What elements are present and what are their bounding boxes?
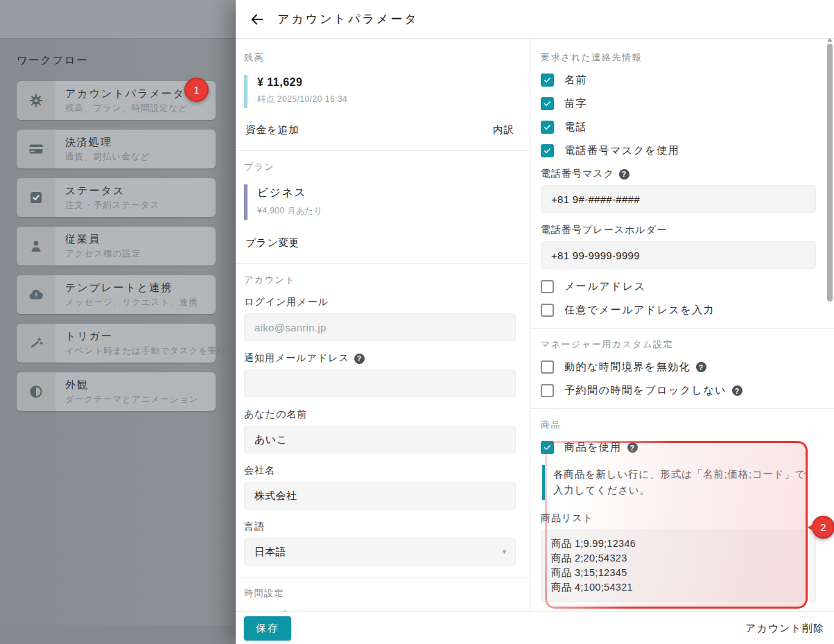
sidebar-item-label: テンプレートと連携 xyxy=(65,281,198,294)
section-account: アカウント xyxy=(244,274,516,286)
balance-card: ¥ 11,629 時点 2025/10/20 16:34 xyxy=(244,75,516,108)
sidebar-item-triggers[interactable]: トリガー イベント時または手動でタスクを実行 xyxy=(17,324,216,363)
checkbox-checked-icon[interactable] xyxy=(541,144,554,157)
checkbox-unchecked-icon[interactable] xyxy=(541,304,554,317)
breakdown-button[interactable]: 内訳 xyxy=(492,121,516,139)
product-list-label: 商品リスト xyxy=(541,512,816,525)
checkbox-row-last-name[interactable]: 苗字 xyxy=(541,97,816,110)
help-icon[interactable]: ? xyxy=(619,169,629,180)
wand-icon xyxy=(17,324,55,363)
plan-name: ビジネス xyxy=(257,186,516,200)
login-email-field[interactable] xyxy=(244,313,516,341)
checkbox-unchecked-icon[interactable] xyxy=(541,360,554,374)
phone-mask-label: 電話番号マスク xyxy=(541,168,614,180)
save-button[interactable]: 保存 xyxy=(244,616,291,641)
page-title: アカウントパラメータ xyxy=(277,11,419,27)
phone-placeholder-field[interactable] xyxy=(541,241,816,269)
checkbox-row-use-products[interactable]: 商品を使用? xyxy=(541,441,816,454)
checkbox-row-phone[interactable]: 電話 xyxy=(541,121,816,134)
sidebar-item-statuses[interactable]: ステータス 注文・予約ステータス xyxy=(17,178,216,217)
language-select[interactable] xyxy=(244,538,516,566)
your-name-label: あなたの名前 xyxy=(244,408,516,421)
sidebar-item-label: 決済処理 xyxy=(65,135,150,148)
checkbox-row-first-name[interactable]: 名前 xyxy=(541,73,816,87)
divider xyxy=(236,150,530,151)
sidebar-item-templates[interactable]: テンプレートと連携 メッセージ、リクエスト、連携 xyxy=(17,275,216,314)
section-plan: プラン xyxy=(244,161,516,173)
checkbox-row-no-block-between[interactable]: 予約間の時間をブロックしない? xyxy=(541,384,816,397)
language-label: 言語 xyxy=(244,521,516,533)
divider xyxy=(530,408,834,409)
scroll-up-arrow-icon[interactable] xyxy=(827,38,833,42)
checkbox-checked-icon[interactable] xyxy=(541,73,554,87)
right-column: 要求された連絡先情報 名前 苗字 電話 電話番号マスクを使用 xyxy=(530,39,834,644)
divider xyxy=(530,328,834,329)
gear-icon xyxy=(17,81,55,120)
sidebar-item-label: 外観 xyxy=(65,378,198,391)
balance-as-of: 時点 2025/10/20 16:34 xyxy=(257,94,516,105)
checkbox-row-optional-email[interactable]: 任意でメールアドレスを入力 xyxy=(541,304,816,317)
plan-card: ビジネス ¥4,900 月あたり xyxy=(244,184,516,220)
workflow-sidebar: ワークフロー アカウントパラメータ 残高、プラン、時間設定など 決済処理 通貨、… xyxy=(17,54,216,421)
credit-card-icon xyxy=(17,130,55,168)
company-label: 会社名 xyxy=(244,464,516,477)
section-products: 商品 xyxy=(541,419,816,431)
help-icon[interactable]: ? xyxy=(696,362,706,372)
person-icon xyxy=(17,227,55,266)
account-parameters-panel: アカウントパラメータ 残高 ¥ 11,629 時点 2025/10/20 16:… xyxy=(236,0,834,644)
section-manager-settings: マネージャー用カスタム設定 xyxy=(541,338,816,351)
balance-amount: ¥ 11,629 xyxy=(257,76,516,89)
help-icon[interactable]: ? xyxy=(627,442,638,453)
sidebar-item-sublabel: 通貨、前払い金など xyxy=(65,151,150,163)
divider xyxy=(236,263,530,264)
sidebar-item-label: アカウントパラメータ xyxy=(65,87,188,100)
notify-email-field[interactable] xyxy=(244,369,516,397)
sidebar-item-sublabel: 残高、プラン、時間設定など xyxy=(65,103,188,114)
sidebar-item-label: ステータス xyxy=(65,184,159,197)
login-email-label: ログイン用メール xyxy=(244,296,516,308)
contrast-icon xyxy=(17,372,55,411)
sidebar-item-employees[interactable]: 従業員 アクセス権の設定 xyxy=(17,227,216,266)
divider xyxy=(236,577,530,577)
sidebar-item-sublabel: アクセス権の設定 xyxy=(65,248,141,260)
help-icon[interactable]: ? xyxy=(732,385,742,396)
sidebar-item-appearance[interactable]: 外観 ダークテーマとアニメーション xyxy=(17,372,216,411)
checkbox-row-disable-time-bounds[interactable]: 動的な時間境界を無効化? xyxy=(541,360,816,374)
back-button[interactable] xyxy=(248,10,266,28)
scrollbar-thumb[interactable] xyxy=(827,44,833,302)
arrow-left-icon xyxy=(250,12,265,27)
scrollbar[interactable] xyxy=(826,40,833,644)
your-name-field[interactable] xyxy=(244,426,516,453)
checkbox-unchecked-icon[interactable] xyxy=(541,280,554,293)
sidebar-item-account-parameters[interactable]: アカウントパラメータ 残高、プラン、時間設定など xyxy=(17,81,216,120)
panel-footer: 保存 アカウント削除 xyxy=(236,611,834,644)
sidebar-item-sublabel: 注文・予約ステータス xyxy=(65,200,159,211)
notify-email-label: 通知用メールアドレス xyxy=(244,352,349,365)
cloud-bolt-icon xyxy=(17,275,55,314)
screen: ワークフロー アカウントパラメータ 残高、プラン、時間設定など 決済処理 通貨、… xyxy=(0,0,834,644)
checkbox-checked-icon[interactable] xyxy=(541,97,554,110)
checkbox-unchecked-icon[interactable] xyxy=(541,384,554,397)
checkbox-row-email[interactable]: メールアドレス xyxy=(541,280,816,293)
sidebar-item-sublabel: ダークテーマとアニメーション xyxy=(65,394,198,406)
left-column: 残高 ¥ 11,629 時点 2025/10/20 16:34 資金を追加 内訳… xyxy=(236,39,530,644)
panel-body: 残高 ¥ 11,629 時点 2025/10/20 16:34 資金を追加 内訳… xyxy=(236,39,834,644)
product-list-textarea[interactable]: 商品 1;9.99;12346 商品 2;20;54323 商品 3;15;12… xyxy=(541,530,816,602)
delete-account-button[interactable]: アカウント削除 xyxy=(745,622,824,635)
phone-mask-field[interactable] xyxy=(541,185,816,213)
checkbox-row-use-phone-mask[interactable]: 電話番号マスクを使用 xyxy=(541,144,816,157)
change-plan-button[interactable]: プラン変更 xyxy=(244,234,302,252)
products-format-note: 各商品を新しい行に、形式は「名前;価格;コード」で入力してください。 xyxy=(542,465,816,500)
add-funds-button[interactable]: 資金を追加 xyxy=(244,121,301,139)
checkbox-checked-icon[interactable] xyxy=(541,121,554,134)
checkbox-checked-icon[interactable] xyxy=(541,441,554,454)
sidebar-item-payments[interactable]: 決済処理 通貨、前払い金など xyxy=(17,130,216,168)
phone-placeholder-label: 電話番号プレースホルダー xyxy=(541,224,816,236)
sidebar-item-label: トリガー xyxy=(65,329,216,342)
company-field[interactable] xyxy=(244,482,516,510)
plan-price: ¥4,900 月あたり xyxy=(257,205,516,217)
help-icon[interactable]: ? xyxy=(354,354,365,364)
sidebar-item-sublabel: イベント時または手動でタスクを実行 xyxy=(65,345,216,357)
sidebar-item-sublabel: メッセージ、リクエスト、連携 xyxy=(65,297,198,308)
section-contact-info: 要求された連絡先情報 xyxy=(541,51,816,64)
